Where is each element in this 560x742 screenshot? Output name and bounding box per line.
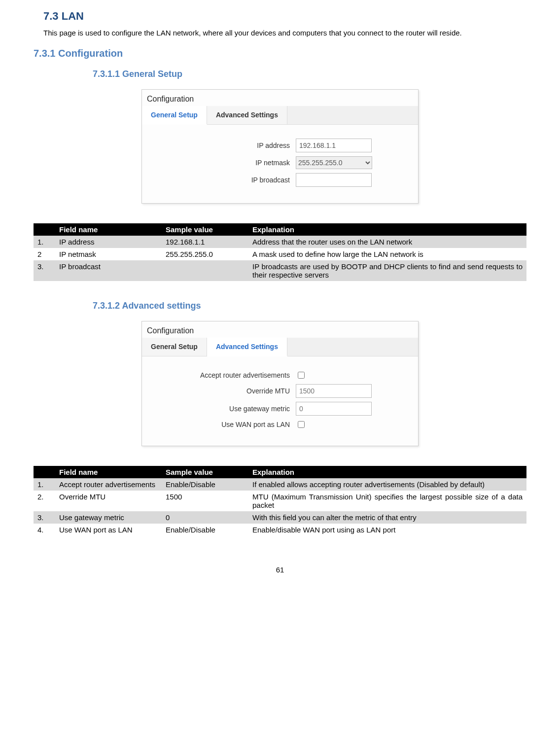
table-header-row: Field name Sample value Explanation [34, 223, 526, 236]
checkbox-accept-ra[interactable] [298, 372, 305, 379]
cell-sample: 1500 [162, 491, 248, 511]
cell-explain: Address that the router uses on the LAN … [248, 236, 526, 248]
cell-name: IP netmask [55, 248, 162, 260]
cell-num: 1. [34, 236, 55, 248]
cell-name: IP broadcast [55, 260, 162, 281]
cell-explain: Enable/disable WAN port using as LAN por… [248, 524, 526, 536]
label-accept-ra: Accept router advertisements [152, 371, 296, 379]
cell-num: 2. [34, 491, 55, 511]
input-ip-address[interactable] [296, 139, 372, 152]
tab-row: General Setup Advanced Settings [142, 338, 418, 356]
cell-name: Use gateway metric [55, 511, 162, 524]
table-row: 2 IP netmask 255.255.255.0 A mask used t… [34, 248, 526, 260]
th-explanation: Explanation [248, 223, 526, 236]
th-field-name: Field name [55, 466, 162, 478]
tab-general-setup[interactable]: General Setup [142, 338, 207, 356]
cell-explain: A mask used to define how large the LAN … [248, 248, 526, 260]
cell-sample: 255.255.255.0 [162, 248, 248, 260]
cell-name: Accept router advertisements [55, 478, 162, 491]
label-ip-address: IP address [152, 141, 296, 149]
table-row: 3. Use gateway metric 0 With this field … [34, 511, 526, 524]
cell-num: 4. [34, 524, 55, 536]
form-body: Accept router advertisements Override MT… [142, 356, 418, 446]
select-ip-netmask[interactable]: 255.255.255.0 [296, 156, 372, 169]
cell-name: IP address [55, 236, 162, 248]
row-ip-netmask: IP netmask 255.255.255.0 [152, 156, 408, 169]
cell-sample [162, 260, 248, 281]
page-number: 61 [34, 565, 526, 574]
th-num [34, 223, 55, 236]
table-row: 3. IP broadcast IP broadcasts are used b… [34, 260, 526, 281]
th-explanation: Explanation [248, 466, 526, 478]
heading-7-3-lan: 7.3 LAN [34, 10, 526, 23]
cell-num: 3. [34, 260, 55, 281]
intro-paragraph: This page is used to configure the LAN n… [43, 28, 526, 38]
cell-explain: If enabled allows accepting router adver… [248, 478, 526, 491]
table-row: 1. Accept router advertisements Enable/D… [34, 478, 526, 491]
input-override-mtu[interactable] [296, 384, 372, 398]
cell-name: Override MTU [55, 491, 162, 511]
table-advanced-settings-fields: Field name Sample value Explanation 1. A… [34, 466, 526, 536]
row-gateway-metric: Use gateway metric [152, 402, 408, 416]
cell-explain: MTU (Maximum Transmission Unit) specifie… [248, 491, 526, 511]
config-panel-general: Configuration General Setup Advanced Set… [141, 89, 419, 204]
th-sample-value: Sample value [162, 466, 248, 478]
tab-row: General Setup Advanced Settings [142, 106, 418, 125]
cell-sample: Enable/Disable [162, 478, 248, 491]
checkbox-wan-as-lan[interactable] [298, 421, 305, 428]
form-body: IP address IP netmask 255.255.255.0 IP b… [142, 125, 418, 203]
input-ip-broadcast[interactable] [296, 173, 372, 187]
row-ip-address: IP address [152, 139, 408, 152]
cell-explain: With this field you can alter the metric… [248, 511, 526, 524]
config-panel-advanced: Configuration General Setup Advanced Set… [141, 321, 419, 446]
cell-num: 3. [34, 511, 55, 524]
table-row: 4. Use WAN port as LAN Enable/Disable En… [34, 524, 526, 536]
row-ip-broadcast: IP broadcast [152, 173, 408, 187]
label-gateway-metric: Use gateway metric [152, 405, 296, 413]
tab-advanced-settings[interactable]: Advanced Settings [207, 106, 287, 124]
table-row: 2. Override MTU 1500 MTU (Maximum Transm… [34, 491, 526, 511]
cell-name: Use WAN port as LAN [55, 524, 162, 536]
panel-title: Configuration [142, 321, 418, 338]
table-header-row: Field name Sample value Explanation [34, 466, 526, 478]
label-wan-as-lan: Use WAN port as LAN [152, 421, 296, 428]
th-field-name: Field name [55, 223, 162, 236]
row-override-mtu: Override MTU [152, 384, 408, 398]
cell-num: 1. [34, 478, 55, 491]
table-general-setup-fields: Field name Sample value Explanation 1. I… [34, 223, 526, 281]
table-row: 1. IP address 192.168.1.1 Address that t… [34, 236, 526, 248]
th-num [34, 466, 55, 478]
heading-7-3-1-2-advanced-settings: 7.3.1.2 Advanced settings [93, 301, 526, 311]
heading-7-3-1-1-general-setup: 7.3.1.1 General Setup [93, 69, 526, 79]
tab-advanced-settings[interactable]: Advanced Settings [207, 338, 287, 356]
heading-7-3-1-configuration: 7.3.1 Configuration [34, 48, 526, 59]
th-sample-value: Sample value [162, 223, 248, 236]
input-gateway-metric[interactable] [296, 402, 372, 416]
row-accept-ra: Accept router advertisements [152, 370, 408, 380]
cell-sample: 0 [162, 511, 248, 524]
cell-sample: Enable/Disable [162, 524, 248, 536]
cell-sample: 192.168.1.1 [162, 236, 248, 248]
label-override-mtu: Override MTU [152, 387, 296, 395]
label-ip-broadcast: IP broadcast [152, 176, 296, 184]
cell-explain: IP broadcasts are used by BOOTP and DHCP… [248, 260, 526, 281]
label-ip-netmask: IP netmask [152, 159, 296, 167]
tab-general-setup[interactable]: General Setup [142, 106, 207, 125]
cell-num: 2 [34, 248, 55, 260]
row-wan-as-lan: Use WAN port as LAN [152, 420, 408, 429]
panel-title: Configuration [142, 90, 418, 106]
